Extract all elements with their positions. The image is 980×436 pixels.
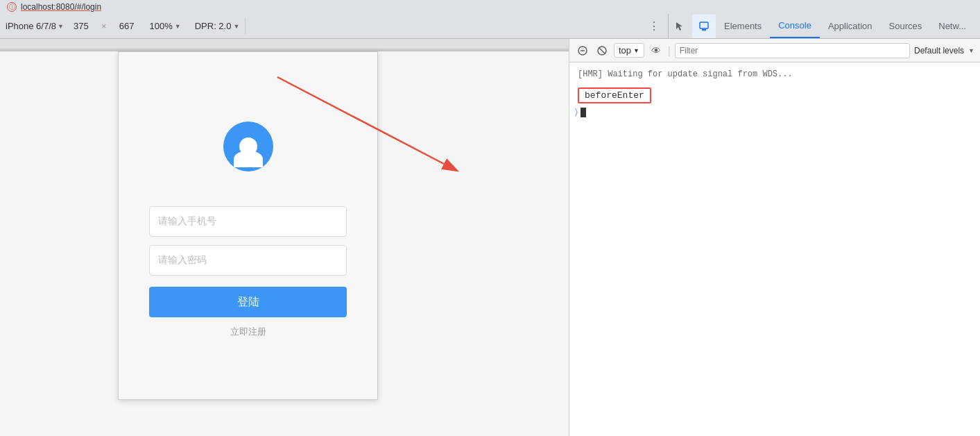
more-options-button[interactable]: ⋮ bbox=[643, 17, 665, 35]
phone-placeholder: 请输入手机号 bbox=[158, 215, 216, 228]
context-dropdown-arrow: ▼ bbox=[633, 47, 639, 54]
eye-icon: 👁 bbox=[651, 45, 661, 56]
svg-rect-1 bbox=[702, 29, 706, 31]
default-levels-arrow: ▼ bbox=[968, 47, 974, 54]
login-button[interactable]: 登陆 bbox=[149, 287, 347, 317]
height-input[interactable] bbox=[112, 21, 141, 31]
browser-viewport: 请输入手机号 请输入密码 登陆 立即注册 bbox=[0, 39, 569, 436]
info-icon: ⓘ bbox=[7, 2, 17, 12]
zoom-dropdown-arrow: ▼ bbox=[175, 23, 181, 30]
tab-network[interactable]: Netw... bbox=[930, 21, 974, 31]
svg-rect-0 bbox=[700, 22, 708, 28]
zoom-value: 100% bbox=[150, 21, 173, 31]
tab-application[interactable]: Application bbox=[820, 21, 881, 31]
browser-chrome: ⓘ localhost:8080/#/login bbox=[0, 0, 980, 14]
avatar-inner bbox=[223, 121, 273, 171]
device-selector[interactable]: iPhone 6/7/8 ▼ bbox=[6, 21, 64, 31]
login-button-label: 登陆 bbox=[237, 295, 259, 310]
device-toggle-button[interactable] bbox=[692, 15, 716, 38]
address-bar: ⓘ localhost:8080/#/login bbox=[7, 2, 101, 12]
password-input[interactable]: 请输入密码 bbox=[149, 245, 347, 276]
tab-sources[interactable]: Sources bbox=[881, 21, 931, 31]
console-output: [HMR] Waiting for update signal from WDS… bbox=[569, 62, 980, 436]
avatar-body bbox=[234, 151, 263, 167]
filter-input[interactable] bbox=[675, 43, 910, 58]
before-enter-highlighted: beforeEnter bbox=[578, 87, 651, 103]
address-text[interactable]: localhost:8080/#/login bbox=[21, 2, 101, 12]
inspect-element-button[interactable] bbox=[669, 15, 692, 38]
mobile-frame: 请输入手机号 请输入密码 登陆 立即注册 bbox=[118, 51, 378, 400]
dimension-separator: × bbox=[98, 21, 110, 31]
console-hmr-line: [HMR] Waiting for update signal from WDS… bbox=[575, 68, 974, 81]
console-clear-button[interactable] bbox=[575, 43, 590, 58]
console-toolbar: top ▼ 👁 | Default levels ▼ bbox=[569, 39, 980, 62]
password-placeholder: 请输入密码 bbox=[158, 254, 207, 267]
context-selector[interactable]: top ▼ bbox=[614, 43, 644, 58]
user-avatar bbox=[223, 121, 273, 171]
eye-button[interactable]: 👁 bbox=[648, 43, 664, 58]
divider: | bbox=[668, 45, 671, 56]
tab-console[interactable]: Console bbox=[770, 14, 820, 38]
svg-line-7 bbox=[599, 47, 605, 53]
device-dropdown-arrow: ▼ bbox=[58, 23, 64, 30]
console-before-enter-line: beforeEnter bbox=[575, 86, 974, 105]
console-block-button[interactable] bbox=[594, 43, 610, 58]
width-input[interactable] bbox=[67, 21, 96, 31]
register-link-text: 立即注册 bbox=[230, 326, 266, 337]
dpr-value: DPR: 2.0 bbox=[195, 21, 232, 31]
context-value: top bbox=[619, 45, 631, 56]
default-levels-label: Default levels bbox=[914, 46, 964, 56]
device-name: iPhone 6/7/8 bbox=[6, 21, 56, 31]
console-cursor-line: 〉 bbox=[575, 108, 974, 117]
zoom-selector[interactable]: 100% ▼ bbox=[144, 18, 187, 34]
cursor-icon bbox=[675, 21, 686, 32]
dpr-dropdown-arrow: ▼ bbox=[233, 23, 239, 30]
console-cursor bbox=[581, 108, 586, 117]
login-page: 请输入手机号 请输入密码 登陆 立即注册 bbox=[119, 52, 377, 399]
viewport-ruler bbox=[0, 39, 569, 51]
phone-input[interactable]: 请输入手机号 bbox=[149, 206, 347, 237]
device-icon bbox=[698, 21, 710, 32]
console-chevron: 〉 bbox=[575, 108, 578, 117]
register-link[interactable]: 立即注册 bbox=[230, 326, 266, 338]
tab-elements[interactable]: Elements bbox=[716, 21, 770, 31]
dpr-selector[interactable]: DPR: 2.0 ▼ bbox=[189, 18, 246, 34]
devtools-panel: top ▼ 👁 | Default levels ▼ [HMR] Waiting… bbox=[569, 39, 980, 436]
